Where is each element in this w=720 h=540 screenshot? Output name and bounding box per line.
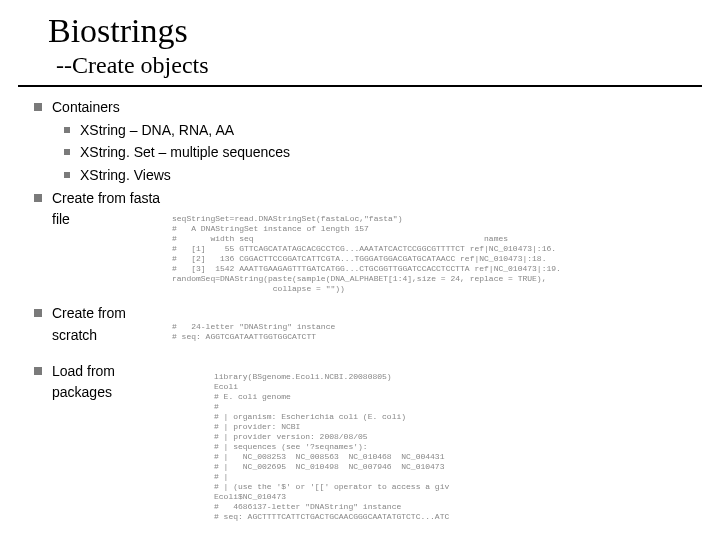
subbullet-label: XString. Views	[80, 165, 171, 187]
subbullet-label: XString. Set – multiple sequences	[80, 142, 290, 164]
subtitle-text: Create objects	[72, 52, 209, 78]
bullet-icon	[34, 103, 42, 111]
bullet-icon	[34, 367, 42, 375]
subbullet-xstringviews: XString. Views	[64, 165, 690, 187]
subtitle-dashes: --	[56, 52, 72, 78]
code-snippet-fasta: seqStringSet=read.DNAStringSet(fastaLoc,…	[168, 212, 708, 296]
subbullet-xstringset: XString. Set – multiple sequences	[64, 142, 690, 164]
bullet-icon	[64, 127, 70, 133]
bullet-label: Containers	[52, 97, 120, 119]
bullet-icon	[34, 309, 42, 317]
code-snippet-scratch: # 24-letter "DNAString" instance # seq: …	[168, 320, 708, 344]
bullet-icon	[64, 149, 70, 155]
bullet-label: Create from scratch	[52, 303, 162, 346]
bullet-icon	[64, 172, 70, 178]
code-snippet-packages: library(BSgenome.Ecoli.NCBI.20080805) Ec…	[210, 370, 570, 524]
bullet-label: Load from packages	[52, 361, 162, 404]
subbullet-xstring: XString – DNA, RNA, AA	[64, 120, 690, 142]
slide-subtitle: --Create objects	[48, 52, 672, 79]
bullet-label: Create from fasta file	[52, 188, 162, 231]
subbullet-label: XString – DNA, RNA, AA	[80, 120, 234, 142]
bullet-containers: Containers	[34, 97, 690, 119]
bullet-icon	[34, 194, 42, 202]
slide-title: Biostrings	[48, 12, 672, 50]
